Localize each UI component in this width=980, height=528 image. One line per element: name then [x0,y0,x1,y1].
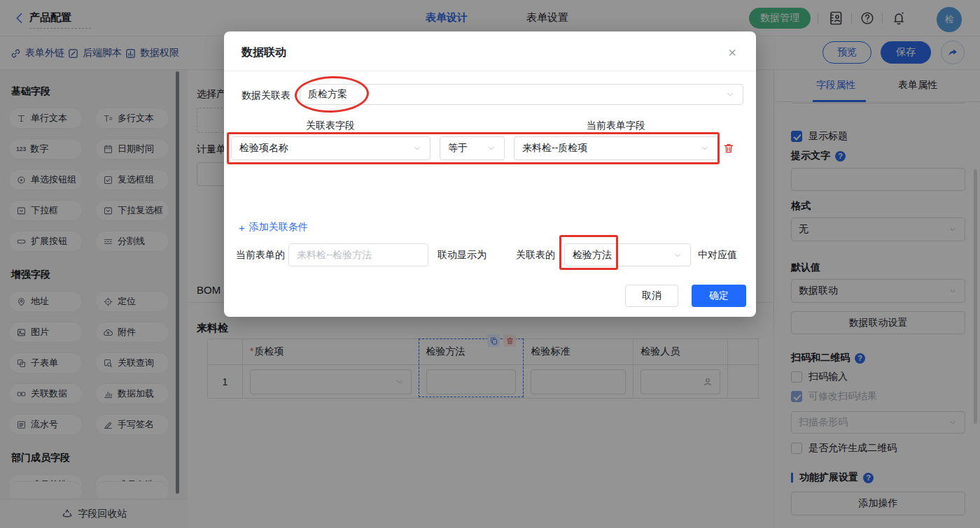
divider [224,71,756,71]
chevron-down-icon [725,90,735,99]
relation-table-label: 数据关联表 [241,90,290,102]
confirm-label: 确定 [709,290,729,302]
mapping-suffix-label: 中对应值 [698,249,737,262]
cancel-label: 取消 [642,290,662,302]
relation-table-select[interactable]: 质检方案 [300,84,743,105]
operator-value: 等于 [448,142,468,155]
app-root: 产品配置 表单设计 表单设置 数据管理 检 表单外链 后端脚本 数据权限 预览 … [0,0,980,528]
mapping-rel-field-value: 检验方法 [573,249,612,262]
modal-title: 数据联动 [241,45,286,60]
operator-select[interactable]: 等于 [440,136,505,160]
close-icon[interactable]: × [724,44,741,61]
trash-icon [722,142,735,155]
data-linkage-modal: 数据联动 × 数据关联表 质检方案 关联表字段 当前表单字段 检验项名称 等于 … [224,31,756,317]
mapping-current-field-value: 来料检--检验方法 [297,249,372,262]
mapping-rel-prefix-label: 关联表的 [516,249,555,262]
current-field-value: 来料检--质检项 [522,142,587,155]
relation-field-select[interactable]: 检验项名称 [231,136,430,160]
add-condition-label: 添加关联条件 [249,221,308,234]
chevron-down-icon [673,250,682,260]
chevron-down-icon [486,143,496,153]
chevron-down-icon [700,143,710,153]
chevron-down-icon [412,143,422,153]
confirm-button[interactable]: 确定 [692,285,746,307]
cancel-button[interactable]: 取消 [625,285,678,307]
mapping-current-field-input[interactable]: 来料检--检验方法 [288,243,428,266]
relation-table-value: 质检方案 [308,88,347,101]
plus-icon: + [239,222,245,234]
mapping-prefix-label: 当前表单的 [236,249,285,262]
delete-condition-button[interactable] [722,142,735,155]
relation-field-value: 检验项名称 [239,142,288,155]
column-header-right: 当前表单字段 [587,120,645,132]
current-field-select[interactable]: 来料检--质检项 [514,136,718,160]
mapping-middle-label: 联动显示为 [438,249,486,262]
mapping-rel-field-select[interactable]: 检验方法 [564,243,691,266]
add-condition-link[interactable]: + 添加关联条件 [239,221,308,234]
column-header-left: 关联表字段 [306,120,355,132]
